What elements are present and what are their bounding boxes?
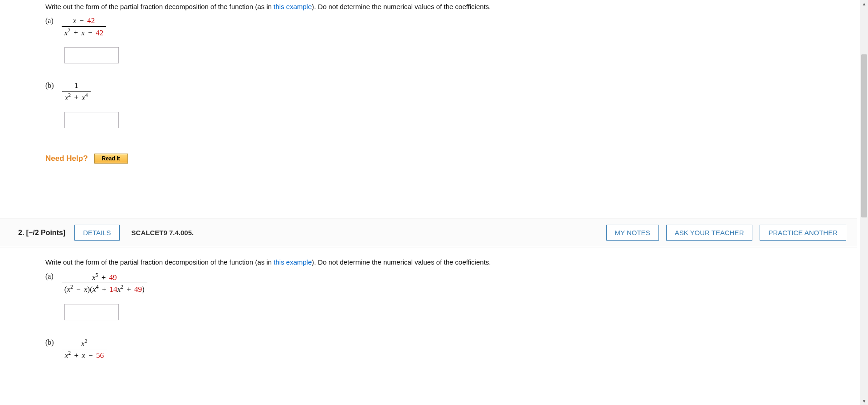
part-a-label: (a) (45, 272, 54, 280)
den-close2: ) (142, 285, 145, 294)
part-a: (a) x − 42 x2 + x − 42 (45, 17, 857, 37)
instruction-suffix: ). Do not determine the numerical values… (312, 258, 491, 266)
den-b: x (82, 93, 85, 101)
num-op: − (76, 16, 87, 25)
question-points: [−/2 Points] (26, 229, 66, 236)
part-a-answer-input[interactable] (64, 47, 119, 63)
den-b: x (82, 351, 85, 360)
num-x: x (92, 273, 96, 282)
part-a-fraction: x5 + 49 (x2 − x)(x4 + 14x2 + 49) (62, 272, 147, 294)
part-b-label: (b) (45, 338, 54, 347)
question-2-header: 2. [−/2 Points] DETAILS SCALCET9 7.4.005… (0, 218, 857, 247)
part-b: (b) 1 x2 + x4 (45, 82, 857, 102)
part-a-label: (a) (45, 17, 54, 25)
den-close1: )( (88, 285, 93, 294)
part-b-label: (b) (45, 82, 54, 90)
den-const: 49 (134, 285, 142, 294)
instruction-prefix: Write out the form of the partial fracti… (45, 3, 273, 10)
part-b-fraction: 1 x2 + x4 (62, 82, 91, 102)
den-x2: x (84, 285, 88, 294)
read-it-button[interactable]: Read It (94, 154, 128, 164)
example-link[interactable]: this example (273, 3, 312, 10)
num-const: 42 (87, 16, 95, 25)
den-const: 42 (96, 28, 103, 37)
part-b-fraction: x2 x2 + x − 56 (62, 338, 107, 360)
instruction-suffix: ). Do not determine the numerical values… (312, 3, 491, 10)
num-x: x (81, 339, 85, 347)
details-button[interactable]: DETAILS (74, 225, 119, 241)
scrollbar-thumb[interactable] (861, 54, 867, 217)
den-x2: x (81, 28, 85, 37)
den-op2: − (85, 28, 96, 37)
question-header-left: 2. [−/2 Points] DETAILS SCALCET9 7.4.005… (18, 225, 194, 241)
part-b: (b) x2 x2 + x − 56 (45, 338, 857, 360)
den-x1: x (67, 285, 70, 294)
example-link[interactable]: this example (273, 258, 312, 266)
scroll-up-icon[interactable]: ▲ (860, 0, 868, 8)
question-header-right: MY NOTES ASK YOUR TEACHER PRACTICE ANOTH… (606, 225, 846, 241)
num-const: 49 (109, 273, 117, 282)
question-number: 2. (18, 229, 24, 236)
num: 1 (62, 82, 91, 91)
instruction-text: Write out the form of the partial fracti… (45, 258, 857, 266)
book-reference: SCALCET9 7.4.005. (132, 229, 194, 236)
den-op1: − (73, 285, 84, 294)
num-sup: 2 (85, 338, 88, 344)
question-1-body: Write out the form of the partial fracti… (0, 3, 857, 182)
need-help-label: Need Help? (45, 154, 88, 163)
instruction-prefix: Write out the form of the partial fracti… (45, 258, 273, 266)
question-number-points: 2. [−/2 Points] (18, 229, 65, 237)
scrollbar-track[interactable]: ▲ ▼ (860, 0, 868, 405)
part-a-fraction: x − 42 x2 + x − 42 (62, 17, 106, 37)
den-op3: + (123, 285, 134, 294)
den-op2: + (98, 285, 109, 294)
ask-teacher-button[interactable]: ASK YOUR TEACHER (666, 225, 753, 241)
den-sup2: 4 (85, 92, 88, 98)
num-op: + (98, 273, 109, 282)
den-op1: + (70, 28, 81, 37)
den-x4: x (117, 285, 121, 294)
num-var: x (73, 16, 77, 25)
scroll-down-icon[interactable]: ▼ (860, 397, 868, 405)
part-b-answer-input[interactable] (64, 112, 119, 128)
instruction-text: Write out the form of the partial fracti… (45, 3, 857, 10)
part-a: (a) x5 + 49 (x2 − x)(x4 + 14x2 + 49) (45, 272, 857, 294)
part-a-answer-input[interactable] (64, 304, 119, 320)
need-help-section: Need Help? Read It (45, 154, 857, 164)
den-op2: − (85, 351, 96, 360)
question-2-body: Write out the form of the partial fracti… (0, 247, 857, 382)
den-const: 56 (96, 351, 104, 360)
den-op: + (71, 93, 82, 101)
practice-another-button[interactable]: PRACTICE ANOTHER (760, 225, 846, 241)
my-notes-button[interactable]: MY NOTES (606, 225, 659, 241)
den-coef: 14 (110, 285, 117, 294)
den-op1: + (71, 351, 82, 360)
